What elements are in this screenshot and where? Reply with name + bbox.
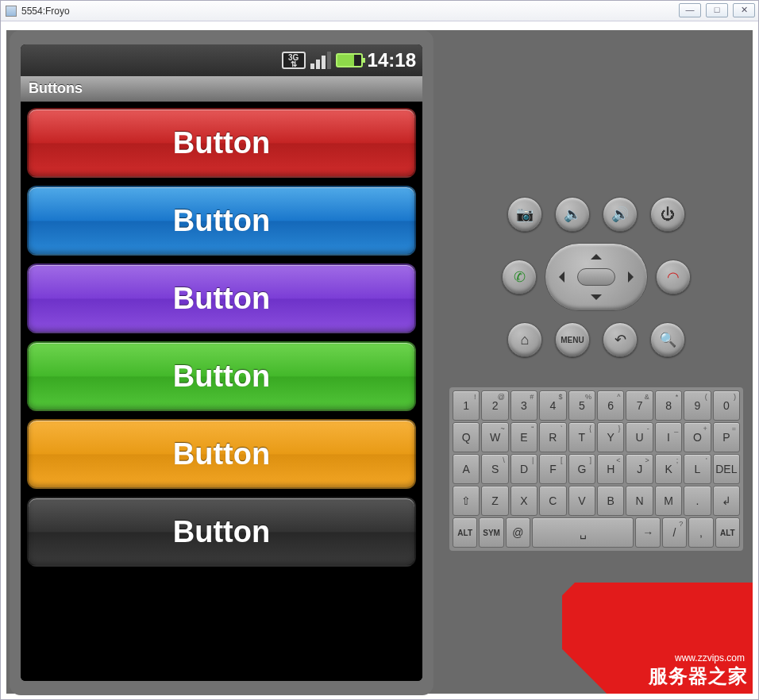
- key-secondary: >: [645, 456, 649, 464]
- app-button-green[interactable]: Button: [27, 341, 416, 411]
- key-secondary: _: [674, 425, 678, 433]
- dpad-left[interactable]: [553, 271, 564, 283]
- volume-down-button[interactable]: 🔈: [555, 197, 590, 232]
- watermark: www.zzvips.com 服务器之家: [562, 583, 753, 694]
- key-G[interactable]: G]: [568, 454, 595, 484]
- key-secondary: ?: [679, 520, 683, 528]
- app-button-red[interactable]: Button: [27, 108, 416, 178]
- key-del[interactable]: DEL: [713, 454, 740, 484]
- dpad-down[interactable]: [591, 294, 602, 306]
- key-7[interactable]: 7&: [626, 390, 653, 421]
- key-Q[interactable]: Q: [453, 422, 480, 452]
- volume-up-button[interactable]: 🔊: [603, 197, 638, 232]
- home-button[interactable]: ⌂: [507, 322, 542, 357]
- key-secondary: *: [676, 393, 679, 401]
- key-→[interactable]: →: [635, 517, 660, 548]
- key-alt[interactable]: ALT: [715, 517, 740, 548]
- key-F[interactable]: F[: [539, 454, 566, 484]
- watermark-url: www.zzvips.com: [675, 652, 745, 663]
- key-B[interactable]: B: [597, 486, 624, 516]
- window-maximize-button[interactable]: □: [706, 3, 728, 17]
- menu-button[interactable]: MENU: [555, 322, 590, 357]
- call-button[interactable]: ✆: [502, 260, 537, 294]
- watermark-text: 服务器之家: [649, 663, 748, 689]
- key-secondary: ~: [501, 425, 505, 433]
- key-N[interactable]: N: [626, 486, 653, 516]
- key-8[interactable]: 8*: [655, 390, 682, 421]
- app-body: ButtonButtonButtonButtonButtonButton: [21, 102, 422, 681]
- key-secondary: ^: [617, 393, 620, 401]
- key-R[interactable]: R`: [539, 422, 566, 452]
- dpad: [545, 243, 648, 311]
- window-icon: [6, 6, 17, 17]
- key-secondary: +: [703, 425, 707, 433]
- key-↲[interactable]: ↲: [713, 486, 740, 516]
- key-6[interactable]: 6^: [597, 390, 624, 421]
- key-␣[interactable]: ␣: [532, 517, 634, 548]
- key-P[interactable]: P=: [713, 422, 740, 452]
- key-sym[interactable]: SYM: [479, 517, 503, 548]
- key-0[interactable]: 0): [713, 390, 740, 421]
- key-3[interactable]: 3#: [510, 390, 537, 421]
- app-button-blue[interactable]: Button: [27, 186, 416, 256]
- key-secondary: ): [734, 393, 736, 401]
- window-close-button[interactable]: ✕: [733, 3, 755, 17]
- key-secondary: $: [559, 393, 563, 401]
- key-O[interactable]: O+: [684, 422, 711, 452]
- end-call-button[interactable]: ◠: [656, 260, 691, 294]
- window-title: 5554:Froyo: [21, 6, 70, 17]
- back-button[interactable]: ↶: [603, 322, 638, 357]
- dpad-center[interactable]: [577, 268, 615, 286]
- status-time: 14:18: [368, 49, 416, 71]
- key-M[interactable]: M: [655, 486, 682, 516]
- key-9[interactable]: 9(: [684, 390, 711, 421]
- network-3g-icon: 3G: [282, 52, 306, 69]
- hardware-controls: 📷 🔈 🔊 ⏻ ✆ ◠: [473, 197, 719, 368]
- key-K[interactable]: K;: [655, 454, 682, 484]
- key-⇧[interactable]: ⇧: [453, 486, 480, 516]
- phone-skin: 3G 14:18 Buttons ButtonButtonButtonButto…: [10, 30, 433, 695]
- dpad-up[interactable]: [591, 248, 602, 260]
- key-2[interactable]: 2@: [481, 390, 508, 421]
- key-@[interactable]: @: [506, 517, 530, 548]
- key-I[interactable]: I_: [655, 422, 682, 452]
- key-secondary: (: [705, 393, 707, 401]
- key-U[interactable]: U-: [626, 422, 653, 452]
- app-button-orange[interactable]: Button: [27, 419, 416, 489]
- key-C[interactable]: C: [539, 486, 566, 516]
- key-H[interactable]: H<: [597, 454, 624, 484]
- key-S[interactable]: S\: [481, 454, 508, 484]
- app-button-purple[interactable]: Button: [27, 263, 416, 333]
- key-Y[interactable]: Y}: [597, 422, 624, 452]
- key-secondary: =: [732, 425, 736, 433]
- key-W[interactable]: W~: [481, 422, 508, 452]
- key-secondary: |: [532, 456, 534, 464]
- key-secondary: ]: [590, 456, 592, 464]
- dpad-right[interactable]: [628, 271, 639, 283]
- key-/[interactable]: /?: [662, 517, 687, 548]
- key-.[interactable]: .: [684, 486, 711, 516]
- key-J[interactable]: J>: [626, 454, 653, 484]
- key-A[interactable]: A: [453, 454, 480, 484]
- window-titlebar: 5554:Froyo — □ ✕: [1, 1, 758, 21]
- key-4[interactable]: 4$: [539, 390, 566, 421]
- key-Z[interactable]: Z: [481, 486, 508, 516]
- key-D[interactable]: D|: [510, 454, 537, 484]
- search-button[interactable]: 🔍: [650, 322, 685, 357]
- power-button[interactable]: ⏻: [650, 197, 685, 232]
- key-X[interactable]: X: [510, 486, 537, 516]
- key-5[interactable]: 5%: [568, 390, 595, 421]
- key-T[interactable]: T{: [568, 422, 595, 452]
- emulator-body: 3G 14:18 Buttons ButtonButtonButtonButto…: [6, 30, 753, 694]
- camera-button[interactable]: 📷: [507, 197, 542, 232]
- key-1[interactable]: 1!: [453, 390, 480, 421]
- key-secondary: [: [561, 456, 563, 464]
- key-E[interactable]: E“: [510, 422, 537, 452]
- app-button-black[interactable]: Button: [27, 497, 416, 567]
- key-L[interactable]: L': [684, 454, 711, 484]
- key-V[interactable]: V: [568, 486, 595, 516]
- key-,[interactable]: ,: [688, 517, 713, 548]
- window-minimize-button[interactable]: —: [679, 3, 701, 17]
- key-secondary: <: [616, 456, 620, 464]
- key-alt[interactable]: ALT: [453, 517, 477, 548]
